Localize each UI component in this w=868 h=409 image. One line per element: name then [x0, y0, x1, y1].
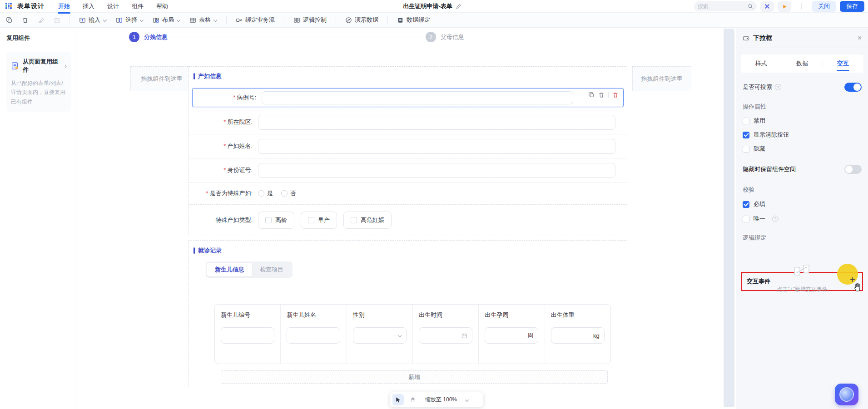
option-required[interactable]: 必填: [736, 200, 868, 208]
close-panel-icon[interactable]: ×: [858, 34, 862, 42]
chevron-down-icon[interactable]: [465, 398, 469, 402]
required-icon: *: [223, 167, 226, 173]
search-input[interactable]: [698, 3, 748, 10]
preview-play-button[interactable]: [778, 1, 791, 12]
field-special-maternal[interactable]: *是否为特殊产妇: 是 否: [189, 182, 627, 204]
field-hospital-campus[interactable]: *所在院区:: [189, 110, 627, 134]
form-canvas: 1 分娩信息 2 父母信息 拖拽组件到这里 拖拽组件到这里 产妇信息 *病例号:: [76, 28, 736, 409]
global-search[interactable]: [694, 1, 757, 11]
remove-field-icon[interactable]: [612, 92, 619, 98]
menu-component[interactable]: 组件: [131, 0, 144, 13]
case-number-input[interactable]: [262, 91, 573, 104]
insert-layout-menu[interactable]: 布局: [153, 16, 180, 24]
insert-table-menu[interactable]: 表格: [189, 16, 217, 24]
validation-title: 校验: [736, 186, 868, 194]
hospital-campus-input[interactable]: [258, 115, 615, 130]
tab-interaction[interactable]: 交互: [823, 54, 863, 73]
delete-field-icon[interactable]: [598, 92, 605, 98]
field-label: 身份证号:: [227, 167, 253, 173]
tab-newborn-info[interactable]: 新生儿信息: [207, 263, 252, 276]
chevron-down-icon: [398, 334, 402, 337]
keep-space-toggle[interactable]: [844, 165, 862, 174]
bind-flow-button[interactable]: 绑定业务流: [236, 16, 275, 24]
gestation-weeks-input[interactable]: 周: [485, 327, 538, 344]
hand-cursor-icon: [853, 282, 863, 292]
step-parent-info[interactable]: 2 父母信息: [426, 32, 464, 42]
tab-style[interactable]: 样式: [741, 54, 782, 73]
chevron-down-icon: [213, 18, 217, 22]
doc-title: 出生证明申请-表单: [403, 2, 452, 10]
step-delivery-info[interactable]: 1 分娩信息: [129, 32, 168, 42]
menu-start[interactable]: 开始: [58, 0, 70, 13]
maternal-name-input[interactable]: [258, 139, 615, 154]
help-icon[interactable]: ?: [775, 84, 781, 90]
checkbox-checked-icon: [743, 132, 749, 138]
required-icon: *: [223, 118, 226, 125]
demo-data-button[interactable]: 演示数据: [345, 16, 378, 24]
data-bind-button[interactable]: 数据绑定: [397, 16, 430, 24]
edit-pencil-icon[interactable]: [456, 4, 461, 10]
field-id-number[interactable]: *身份证号:: [189, 158, 627, 182]
save-button[interactable]: 保存: [840, 1, 864, 12]
gender-select[interactable]: [353, 327, 407, 344]
canvas-scrollbar[interactable]: [724, 29, 734, 407]
checkbox-advanced-age[interactable]: 高龄: [258, 212, 294, 229]
checkbox-preterm[interactable]: 早产: [301, 212, 337, 229]
menu-help[interactable]: 帮助: [156, 0, 169, 13]
tab-data[interactable]: 数据: [782, 54, 823, 73]
duplicate-icon[interactable]: [588, 92, 595, 98]
newborn-name-input[interactable]: [287, 327, 340, 344]
checkbox-high-risk[interactable]: 高危妊娠: [343, 212, 392, 229]
divider: [801, 3, 802, 10]
app-title: 表单设计: [17, 2, 45, 10]
radio-yes[interactable]: 是: [258, 189, 273, 197]
step-number: 2: [426, 32, 436, 42]
option-hidden[interactable]: 隐藏: [736, 145, 868, 153]
checkbox-icon: [308, 217, 314, 223]
field-case-number-selected[interactable]: *病例号:: [192, 88, 624, 107]
birth-weight-input[interactable]: kg: [551, 327, 605, 344]
dropzone-left[interactable]: 拖拽组件到这里: [130, 66, 193, 91]
copy-icon[interactable]: [6, 17, 13, 24]
col-newborn-name: 新生儿姓名: [281, 305, 347, 364]
required-icon: *: [206, 190, 208, 197]
searchable-toggle[interactable]: [844, 83, 862, 92]
option-show-clear-button[interactable]: 显示清除按钮: [736, 131, 868, 139]
ribbon-toolbar: 输入 选择 布局 表格 绑定业务流 逻辑控制 演示数据: [0, 13, 868, 28]
birth-time-picker[interactable]: [419, 327, 472, 344]
checkbox-checked-icon: [743, 201, 749, 208]
chevron-down-icon: [177, 18, 180, 22]
keep-space-label: 隐藏时保留组件空间: [743, 165, 796, 173]
insert-input-menu[interactable]: 输入: [79, 16, 107, 24]
radio-no[interactable]: 否: [281, 189, 296, 197]
tab-check-items[interactable]: 检查项目: [252, 263, 291, 276]
help-icon[interactable]: ?: [772, 216, 779, 222]
hand-tool-icon[interactable]: [407, 394, 419, 405]
ai-assistant-button[interactable]: [835, 384, 858, 405]
step-number: 1: [129, 32, 139, 42]
field-special-type[interactable]: 特殊产妇类型: 高龄 早产 高危妊娠: [189, 204, 627, 236]
zoom-level-label[interactable]: 缩放至 100%: [425, 396, 457, 404]
col-newborn-id: 新生儿编号: [215, 305, 281, 364]
field-maternal-name[interactable]: *产妇姓名:: [189, 134, 627, 158]
id-number-input[interactable]: [258, 163, 615, 178]
newborn-id-input[interactable]: [221, 327, 274, 344]
add-row-button[interactable]: 新增: [221, 370, 608, 384]
insert-select-menu[interactable]: 选择: [116, 16, 144, 24]
dropzone-right[interactable]: 拖拽组件到这里: [632, 66, 691, 91]
required-icon: *: [223, 143, 226, 149]
menu-design[interactable]: 设计: [107, 0, 119, 13]
cursor-tool-icon[interactable]: [392, 394, 404, 405]
menu-insert[interactable]: 插入: [82, 0, 95, 13]
reuse-card-description: 从已配好的表单/列表/详情页面内，直接复用已有组件: [11, 79, 67, 106]
field-label: 特殊产妇类型:: [215, 217, 253, 223]
interaction-event-label: 交互事件: [747, 277, 770, 286]
option-disabled[interactable]: 禁用: [736, 117, 868, 125]
reuse-components-card[interactable]: 从页面复用组件 › 从已配好的表单/列表/详情页面内，直接复用已有组件: [6, 52, 71, 112]
logic-control-button[interactable]: 逻辑控制: [293, 16, 327, 24]
option-unique[interactable]: 唯一 ?: [736, 215, 868, 223]
close-button[interactable]: 关闭: [812, 1, 836, 12]
searchable-setting: 是否可搜索 ?: [736, 83, 868, 92]
delete-icon[interactable]: [22, 17, 29, 24]
tool-icon-button[interactable]: [760, 1, 774, 12]
